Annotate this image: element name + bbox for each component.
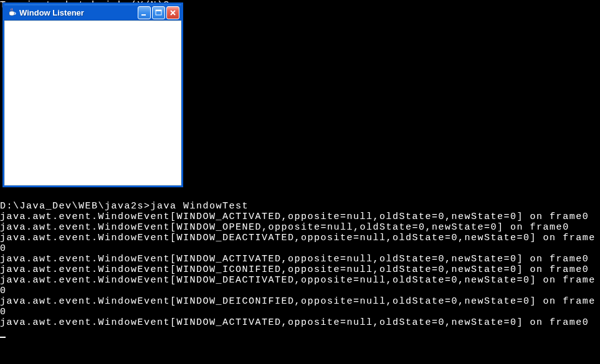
- maximize-button[interactable]: [152, 6, 165, 19]
- titlebar[interactable]: Window Listener: [4, 4, 181, 21]
- java-coffee-icon: [7, 7, 17, 17]
- terminal-line: java.awt.event.WindowEvent[WINDOW_OPENED…: [0, 222, 569, 233]
- terminal-line: java.awt.event.WindowEvent[WINDOW_ACTIVA…: [0, 212, 589, 222]
- titlebar-buttons: [138, 6, 179, 19]
- window-title: Window Listener: [19, 8, 138, 17]
- terminal-line: java.awt.event.WindowEvent[WINDOW_DEACTI…: [0, 275, 596, 296]
- terminal-prompt: D:\Java_Dev\WEB\java2s>java WindowTest: [0, 201, 249, 212]
- svg-rect-2: [156, 10, 161, 11]
- terminal-line: java.awt.event.WindowEvent[WINDOW_DEACTI…: [0, 233, 596, 254]
- terminal-cursor: [0, 337, 6, 338]
- java-window[interactable]: Window Listener: [2, 2, 183, 187]
- terminal-line: java.awt.event.WindowEvent[WINDOW_ACTIVA…: [0, 254, 589, 264]
- close-button[interactable]: [166, 6, 179, 19]
- terminal-output[interactable]: D:\Java_Dev\WEB\java2s>java WindowTest j…: [0, 190, 600, 338]
- terminal-line: java.awt.event.WindowEvent[WINDOW_ICONIF…: [0, 264, 589, 275]
- window-content-area[interactable]: [4, 21, 181, 185]
- minimize-button[interactable]: [138, 6, 151, 19]
- terminal-line: java.awt.event.WindowEvent[WINDOW_ACTIVA…: [0, 317, 589, 328]
- svg-rect-0: [141, 14, 146, 16]
- terminal-line: java.awt.event.WindowEvent[WINDOW_DEICON…: [0, 296, 596, 317]
